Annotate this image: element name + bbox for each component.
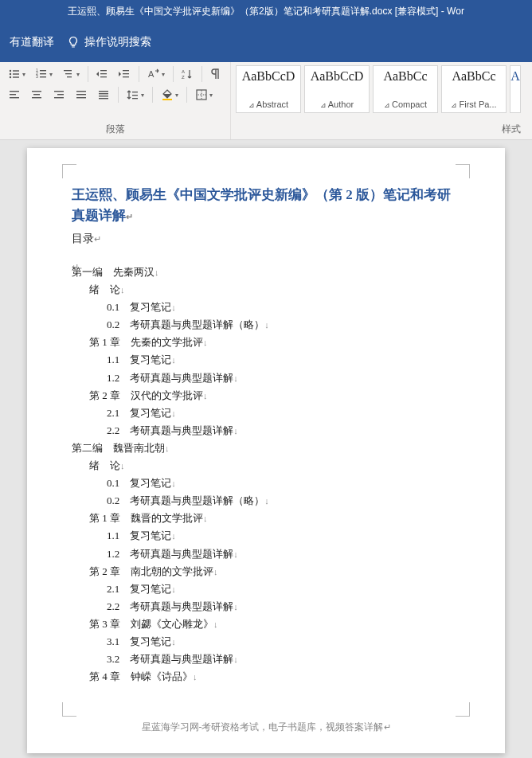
style-item-partial[interactable]: A xyxy=(510,65,521,113)
title-bar: 王运熙、顾易生《中国文学批评史新编》（第2版）笔记和考研真题详解.docx [兼… xyxy=(0,0,532,22)
toc-entry[interactable]: 2.2 考研真题与典型题详解↓ xyxy=(107,598,460,615)
toc-entry[interactable]: 1.1 复习笔记↓ xyxy=(107,527,460,545)
toc-entry[interactable]: 第 4 章 钟嵘《诗品》↓ xyxy=(89,668,460,686)
toc-entry[interactable]: 0.1 复习笔记↓ xyxy=(107,299,460,316)
caret-icon: ▾ xyxy=(162,71,165,78)
multilevel-list-button[interactable]: ▾ xyxy=(59,65,83,83)
svg-rect-26 xyxy=(10,97,19,98)
ribbon: ▾ 123▾ ▾ A▾ AZ ▾ xyxy=(0,62,532,140)
svg-rect-33 xyxy=(76,91,86,92)
svg-rect-11 xyxy=(40,76,46,77)
style-item[interactable]: AaBbCcD⊿Author xyxy=(304,65,370,113)
margin-corner-icon xyxy=(456,702,470,717)
svg-rect-27 xyxy=(32,91,41,92)
toc-entry[interactable]: 1.2 考研真题与典型题详解↓ xyxy=(107,545,460,563)
sort-button[interactable]: AZ xyxy=(178,65,197,83)
svg-text:A: A xyxy=(182,69,185,74)
caret-icon: ▾ xyxy=(141,92,144,99)
toc-entry[interactable]: 0.1 复习笔记↓ xyxy=(107,475,460,492)
tab-tell-me[interactable]: 操作说明搜索 xyxy=(61,30,158,54)
document-page[interactable]: 王运熙、顾易生《中国文学批评史新编》（第 2 版）笔记和考研真题详解↵ 目录↵ … xyxy=(27,148,505,753)
margin-corner-icon xyxy=(456,164,470,178)
shading-button[interactable]: ▾ xyxy=(158,86,182,104)
style-sample-text: AaBbCc xyxy=(452,69,495,84)
lightbulb-icon xyxy=(67,36,80,49)
bullet-list-button[interactable]: ▾ xyxy=(5,65,29,83)
style-item[interactable]: AaBbCc⊿Compact xyxy=(373,65,438,113)
style-name-label: ⊿Compact xyxy=(384,100,427,109)
svg-rect-9 xyxy=(40,73,46,74)
increase-indent-button[interactable] xyxy=(115,65,134,83)
document-title[interactable]: 王运熙、顾易生《中国文学批评史新编》（第 2 版）笔记和考研真题详解↵ xyxy=(72,185,460,225)
caret-icon: ▾ xyxy=(49,71,53,78)
toc-entry[interactable]: 1.1 复习笔记↓ xyxy=(107,351,460,369)
tab-youdao-translate[interactable]: 有道翻译 xyxy=(3,30,61,54)
paragraph-row-1: ▾ 123▾ ▾ A▾ AZ xyxy=(5,65,225,83)
align-justify-button[interactable] xyxy=(72,86,91,104)
styles-gallery[interactable]: AaBbCcD⊿AbstractAaBbCcD⊿AuthorAaBbCc⊿Com… xyxy=(236,65,527,113)
toc-entry[interactable]: 第 2 章 南北朝的文学批评↓ xyxy=(89,563,460,580)
svg-point-0 xyxy=(10,70,11,72)
line-spacing-button[interactable]: ▾ xyxy=(123,86,147,104)
tell-me-label: 操作说明搜索 xyxy=(84,35,151,49)
svg-rect-18 xyxy=(123,70,129,71)
svg-rect-5 xyxy=(13,76,19,77)
toc-entry[interactable]: 0.2 考研真题与典型题详解（略）↓ xyxy=(107,492,460,510)
svg-rect-31 xyxy=(57,94,64,95)
svg-text:3: 3 xyxy=(36,74,38,79)
style-name-label: ⊿Author xyxy=(320,100,354,109)
svg-rect-15 xyxy=(100,70,107,71)
decrease-indent-button[interactable] xyxy=(92,65,111,83)
svg-rect-37 xyxy=(99,93,108,94)
toc-entry[interactable]: 第 2 章 汉代的文学批评↓ xyxy=(89,387,460,404)
style-item[interactable]: AaBbCc⊿First Pa... xyxy=(441,65,507,113)
toc-entry[interactable]: 2.1 复习笔记↓ xyxy=(107,404,460,422)
caret-icon: ▾ xyxy=(22,71,25,78)
toc-entry[interactable]: 第 3 章 刘勰《文心雕龙》↓ xyxy=(89,615,460,633)
toc-entry[interactable]: 2.1 复习笔记↓ xyxy=(107,580,460,598)
svg-rect-19 xyxy=(123,73,129,74)
align-distributed-button[interactable] xyxy=(94,86,113,104)
svg-point-2 xyxy=(10,73,11,75)
svg-rect-39 xyxy=(99,98,108,99)
show-marks-button[interactable] xyxy=(206,65,225,83)
svg-rect-28 xyxy=(33,94,40,95)
svg-rect-20 xyxy=(123,76,129,77)
svg-rect-35 xyxy=(76,97,86,98)
svg-rect-17 xyxy=(100,76,107,77)
svg-text:Z: Z xyxy=(182,75,185,80)
align-right-button[interactable] xyxy=(49,86,68,104)
group-label-paragraph: 段落 xyxy=(5,121,225,138)
svg-point-4 xyxy=(10,76,11,78)
table-of-contents[interactable]: 第一编 先秦两汉↓绪 论↓0.1 复习笔记↓0.2 考研真题与典型题详解（略）↓… xyxy=(72,264,460,686)
toc-entry[interactable]: 1.2 考研真题与典型题详解↓ xyxy=(107,369,460,387)
align-left-button[interactable] xyxy=(5,86,24,104)
document-workspace[interactable]: 王运熙、顾易生《中国文学批评史新编》（第 2 版）笔记和考研真题详解↵ 目录↵ … xyxy=(0,140,532,758)
separator xyxy=(186,87,187,103)
caret-icon: ▾ xyxy=(175,92,178,99)
svg-rect-25 xyxy=(10,94,16,95)
toc-entry[interactable]: 绪 论↓ xyxy=(89,457,460,475)
toc-entry[interactable]: 3.2 考研真题与典型题详解↓ xyxy=(107,651,460,668)
group-label-styles: 样式 xyxy=(236,121,527,138)
toc-entry[interactable]: 2.2 考研真题与典型题详解↓ xyxy=(107,422,460,440)
toc-entry[interactable]: 0.2 考研真题与典型题详解（略）↓ xyxy=(107,316,460,334)
style-item[interactable]: AaBbCcD⊿Abstract xyxy=(236,65,301,113)
toc-entry[interactable]: 3.1 复习笔记↓ xyxy=(107,633,460,651)
toc-heading[interactable]: 目录↵ xyxy=(72,232,460,246)
style-sample-text: AaBbCc xyxy=(383,69,427,84)
caret-icon: ▾ xyxy=(76,71,80,78)
ribbon-group-styles: AaBbCcD⊿AbstractAaBbCcD⊿AuthorAaBbCc⊿Com… xyxy=(231,62,532,139)
borders-button[interactable]: ▾ xyxy=(192,86,216,104)
toc-entry[interactable]: 第一编 先秦两汉↓ xyxy=(72,264,460,281)
align-center-button[interactable] xyxy=(27,86,46,104)
toc-entry[interactable]: 绪 论↓ xyxy=(89,281,460,299)
toc-entry[interactable]: 第二编 魏晋南北朝↓ xyxy=(72,440,460,457)
svg-text:A: A xyxy=(148,69,155,79)
text-direction-button[interactable]: A▾ xyxy=(144,65,168,83)
toc-entry[interactable]: 第 1 章 先秦的文学批评↓ xyxy=(89,334,460,351)
style-sample-text: AaBbCcD xyxy=(242,69,295,84)
style-name-label: ⊿Abstract xyxy=(248,100,288,109)
toc-entry[interactable]: 第 1 章 魏晋的文学批评↓ xyxy=(89,510,460,527)
numbered-list-button[interactable]: 123▾ xyxy=(32,65,56,83)
